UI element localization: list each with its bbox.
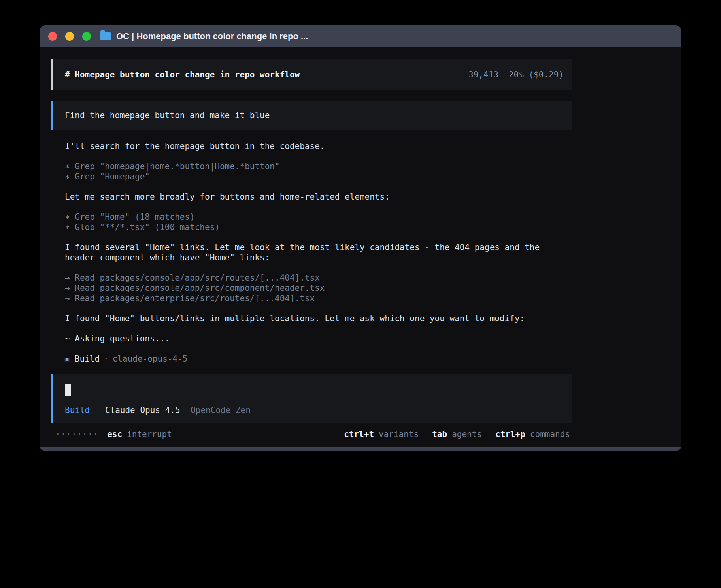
- user-message-text: Find the homepage button and make it blu…: [65, 111, 270, 120]
- shortcut-key-tab: tab: [432, 430, 447, 439]
- agent-separator: ·: [104, 354, 109, 364]
- window-titlebar[interactable]: OC | Homepage button color change in rep…: [40, 25, 681, 47]
- shortcut-label-agents: agents: [452, 430, 482, 439]
- traffic-lights: [48, 32, 91, 41]
- tool-call-read: → Read packages/console/app/src/routes/[…: [65, 273, 572, 283]
- working-status: ~ Asking questions...: [65, 334, 559, 344]
- tool-call-grep: ∗ Grep "Home" (18 matches): [65, 212, 572, 222]
- agent-name: Build: [75, 354, 100, 364]
- model-label[interactable]: Claude Opus 4.5: [105, 405, 180, 415]
- shortcut-agents: tab agents: [432, 430, 482, 439]
- agent-mode-label[interactable]: Build: [65, 405, 90, 415]
- agent-status: ▣ Build · claude-opus-4-5: [65, 354, 572, 364]
- provider-label: OpenCode Zen: [191, 405, 251, 415]
- shortcut-key-esc: esc: [107, 430, 122, 439]
- zoom-button[interactable]: [82, 32, 91, 41]
- close-button[interactable]: [48, 32, 57, 41]
- window-title: OC | Homepage button color change in rep…: [116, 31, 308, 41]
- tool-call-group: ∗ Grep "homepage|home.*button|Home.*butt…: [65, 161, 572, 182]
- token-count: 39,413: [468, 70, 498, 79]
- prompt-input[interactable]: Build Claude Opus 4.5 OpenCode Zen: [51, 374, 572, 423]
- status-bar-right: ctrl+t variants tab agents ctrl+p comman…: [344, 430, 570, 439]
- terminal-window: OC | Homepage button color change in rep…: [40, 25, 681, 451]
- tool-call-group: ∗ Grep "Home" (18 matches) ∗ Glob "**/*.…: [65, 212, 572, 232]
- tool-call-grep: ∗ Grep "Homepage": [65, 172, 572, 182]
- shortcut-variants: ctrl+t variants: [344, 430, 419, 439]
- user-message: Find the homepage button and make it blu…: [51, 101, 572, 130]
- minimize-button[interactable]: [65, 32, 74, 41]
- window-bottom-edge: [40, 447, 681, 451]
- session-title: # Homepage button color change in repo w…: [65, 70, 300, 79]
- assistant-text: I found several "Home" links. Let me loo…: [65, 242, 559, 263]
- status-bar-left: ········ esc interrupt: [55, 430, 172, 439]
- tool-call-read: → Read packages/enterprise/src/routes/[.…: [65, 293, 572, 303]
- terminal-content: # Homepage button color change in repo w…: [40, 47, 681, 447]
- agent-icon: ▣: [65, 355, 69, 363]
- conversation: I'll search for the homepage button in t…: [51, 130, 572, 364]
- tool-call-grep: ∗ Grep "homepage|home.*button|Home.*butt…: [65, 161, 572, 172]
- session-stats: 39,413 20% ($0.29): [468, 70, 564, 79]
- assistant-text: I found "Home" buttons/links in multiple…: [65, 313, 559, 324]
- agent-model: claude-opus-4-5: [113, 354, 188, 364]
- spinner-dots: ········: [55, 430, 98, 439]
- shortcut-key-ctrl-p: ctrl+p: [495, 430, 525, 439]
- shortcut-commands: ctrl+p commands: [495, 430, 570, 439]
- tool-call-read: → Read packages/console/app/src/componen…: [65, 283, 572, 293]
- context-usage: 20% ($0.29): [509, 70, 564, 79]
- input-meta: Build Claude Opus 4.5 OpenCode Zen: [65, 405, 560, 415]
- folder-icon: [100, 32, 111, 40]
- session-header: # Homepage button color change in repo w…: [51, 59, 572, 90]
- assistant-text: Let me search more broadly for buttons a…: [65, 192, 559, 202]
- shortcut-label-variants: variants: [379, 430, 419, 439]
- tool-call-group: → Read packages/console/app/src/routes/[…: [65, 273, 572, 303]
- tui-column: # Homepage button color change in repo w…: [51, 47, 572, 447]
- shortcut-label-commands: commands: [530, 430, 570, 439]
- tool-call-glob: ∗ Glob "**/*.tsx" (100 matches): [65, 222, 572, 232]
- status-bar: ········ esc interrupt ctrl+t variants t…: [51, 428, 572, 440]
- shortcut-key-ctrl-t: ctrl+t: [344, 430, 374, 439]
- assistant-text: I'll search for the homepage button in t…: [65, 141, 559, 151]
- shortcut-label-interrupt: interrupt: [127, 430, 172, 439]
- text-cursor: [65, 384, 71, 396]
